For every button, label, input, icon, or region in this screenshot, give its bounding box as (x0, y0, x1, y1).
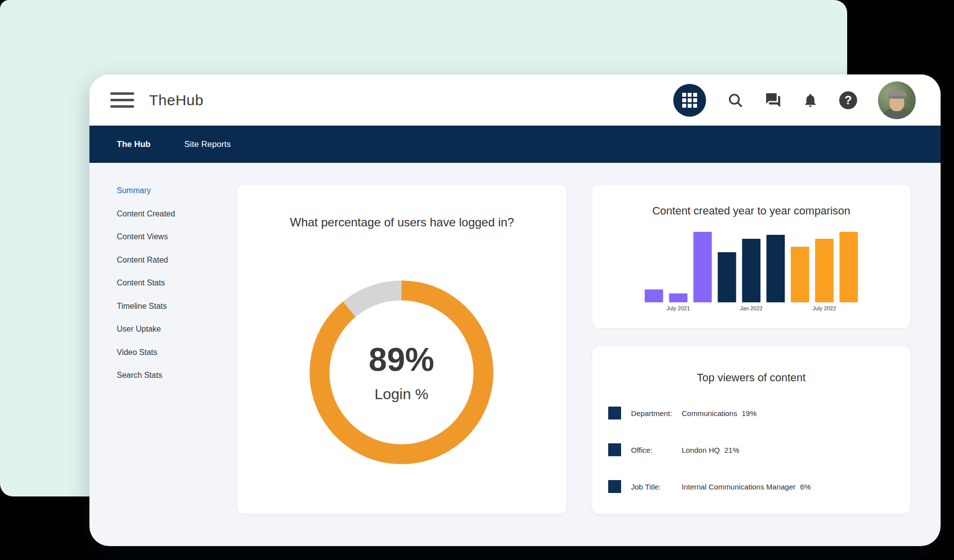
donut-value: 89% (369, 343, 434, 376)
avatar-cap-brim (888, 96, 905, 99)
user-avatar[interactable] (878, 81, 916, 119)
bar-chart-title: Content created year to year comparison (592, 205, 910, 217)
sidebar-item-content-created[interactable]: Content Created (117, 203, 221, 226)
viewer-percentage: 19% (742, 409, 757, 418)
viewer-row-job-title: Job Title: Internal Communications Manag… (592, 477, 910, 496)
x-tick-label: July 2021 (666, 305, 690, 311)
help-icon: ? (845, 93, 852, 107)
donut-chart: 89% Login % (310, 280, 493, 464)
legend-swatch (608, 443, 621, 456)
viewer-row-department: Department: Communications 19% (592, 403, 910, 423)
top-navigation-bar: The Hub Site Reports (89, 126, 941, 163)
chat-button[interactable] (765, 92, 782, 109)
header-icons: ? (673, 81, 916, 119)
app-header: TheHub (89, 74, 941, 126)
x-tick-label: Jan 2022 (740, 305, 762, 311)
bell-icon (802, 92, 818, 108)
bar-chart: July 2021Jan 2022July 2022 (645, 232, 858, 312)
bar (815, 239, 834, 302)
apps-grid-button[interactable] (673, 84, 706, 117)
bar (840, 232, 858, 302)
bar (645, 289, 663, 302)
top-viewers-card: Top viewers of content Department: Commu… (592, 347, 910, 514)
chat-icon (765, 92, 782, 109)
legend-swatch (608, 480, 621, 493)
search-icon (727, 92, 744, 109)
donut-hole: 89% Login % (329, 300, 474, 444)
bar (742, 239, 761, 302)
bar-chart-bars (645, 232, 858, 302)
login-percentage-card: What percentage of users have logged in?… (238, 185, 566, 514)
search-button[interactable] (727, 92, 744, 109)
sidebar-item-summary[interactable]: Summary (117, 179, 221, 203)
viewer-percentage: 21% (724, 446, 739, 454)
top-viewers-title: Top viewers of content (592, 371, 910, 384)
bar (767, 235, 785, 302)
nav-item-the-hub[interactable]: The Hub (117, 140, 151, 149)
bar-chart-labels: July 2021Jan 2022July 2022 (645, 305, 858, 312)
bar (718, 252, 736, 302)
bar (791, 247, 809, 302)
viewer-value: Communications (682, 409, 737, 418)
sidebar-item-search-stats[interactable]: Search Stats (117, 364, 221, 387)
sidebar-item-user-uptake[interactable]: User Uptake (117, 318, 221, 341)
viewer-value: Internal Communications Manager (682, 483, 795, 491)
x-tick-label: July 2022 (812, 305, 836, 311)
viewer-label: Department: (631, 409, 682, 418)
bar (694, 232, 712, 302)
notifications-button[interactable] (802, 92, 818, 108)
viewer-value: London HQ (682, 446, 720, 454)
legend-swatch (608, 407, 621, 420)
hamburger-menu-icon[interactable] (110, 92, 134, 108)
viewer-percentage: 6% (800, 483, 811, 491)
sidebar-item-content-stats[interactable]: Content Stats (117, 272, 221, 295)
sidebar-item-content-rated[interactable]: Content Rated (117, 249, 221, 272)
apps-grid-icon (682, 93, 697, 108)
donut-chart-title: What percentage of users have logged in? (238, 215, 566, 229)
app-window: TheHub (89, 74, 941, 546)
nav-item-site-reports[interactable]: Site Reports (184, 140, 231, 149)
help-button[interactable]: ? (839, 91, 857, 109)
sidebar-item-content-views[interactable]: Content Views (117, 225, 221, 249)
viewer-rows: Department: Communications 19% Office: L… (592, 403, 910, 496)
bar (669, 293, 688, 302)
sidebar: Summary Content Created Content Views Co… (117, 179, 221, 387)
content-area: Summary Content Created Content Views Co… (89, 163, 941, 546)
viewer-label: Office: (631, 446, 682, 454)
viewer-row-office: Office: London HQ 21% (592, 440, 910, 460)
sidebar-item-video-stats[interactable]: Video Stats (117, 341, 221, 364)
app-title: TheHub (149, 92, 204, 109)
donut-label: Login % (375, 387, 428, 402)
sidebar-item-timeline-stats[interactable]: Timeline Stats (117, 295, 221, 318)
year-comparison-card: Content created year to year comparison … (592, 185, 910, 328)
viewer-label: Job Title: (631, 483, 682, 491)
